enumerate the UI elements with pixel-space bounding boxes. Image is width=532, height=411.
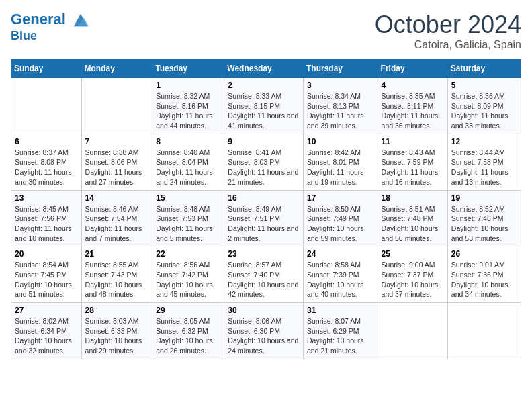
calendar-day-cell: 29Sunrise: 8:05 AMSunset: 6:32 PMDayligh… <box>152 303 224 359</box>
day-info: Sunrise: 8:48 AMSunset: 7:53 PMDaylight:… <box>156 204 220 244</box>
calendar-day-cell: 27Sunrise: 8:02 AMSunset: 6:34 PMDayligh… <box>11 303 82 359</box>
day-info: Sunrise: 8:40 AMSunset: 8:04 PMDaylight:… <box>156 148 220 187</box>
day-number: 29 <box>156 306 220 315</box>
day-number: 25 <box>382 249 444 259</box>
day-number: 16 <box>228 193 300 203</box>
day-number: 15 <box>156 193 220 203</box>
day-info: Sunrise: 8:41 AMSunset: 8:03 PMDaylight:… <box>228 148 300 187</box>
calendar-week-row: 13Sunrise: 8:45 AMSunset: 7:56 PMDayligh… <box>11 190 521 246</box>
calendar-week-row: 27Sunrise: 8:02 AMSunset: 6:34 PMDayligh… <box>11 303 521 359</box>
calendar-week-row: 1Sunrise: 8:32 AMSunset: 8:16 PMDaylight… <box>11 78 521 134</box>
day-of-week-header: Wednesday <box>224 60 304 78</box>
logo-text: General <box>11 11 90 30</box>
calendar-day-cell: 8Sunrise: 8:40 AMSunset: 8:04 PMDaylight… <box>152 134 224 190</box>
calendar-day-cell: 24Sunrise: 8:58 AMSunset: 7:39 PMDayligh… <box>303 246 378 303</box>
day-info: Sunrise: 8:55 AMSunset: 7:43 PMDaylight:… <box>85 260 149 300</box>
day-info: Sunrise: 8:07 AMSunset: 6:29 PMDaylight:… <box>307 316 374 356</box>
calendar-day-cell: 3Sunrise: 8:34 AMSunset: 8:13 PMDaylight… <box>303 78 378 134</box>
logo: General Blue <box>11 11 90 43</box>
day-number: 22 <box>156 249 220 259</box>
day-info: Sunrise: 8:06 AMSunset: 6:30 PMDaylight:… <box>228 316 300 356</box>
day-info: Sunrise: 8:54 AMSunset: 7:45 PMDaylight:… <box>15 260 78 300</box>
calendar-day-cell: 18Sunrise: 8:51 AMSunset: 7:48 PMDayligh… <box>378 190 447 246</box>
day-number: 5 <box>451 81 517 90</box>
day-number: 11 <box>382 137 444 146</box>
day-of-week-header: Saturday <box>447 60 521 78</box>
calendar-day-cell: 13Sunrise: 8:45 AMSunset: 7:56 PMDayligh… <box>11 190 82 246</box>
calendar-day-cell <box>378 303 447 359</box>
day-number: 7 <box>85 137 149 146</box>
day-info: Sunrise: 8:34 AMSunset: 8:13 PMDaylight:… <box>307 91 374 131</box>
day-info: Sunrise: 8:58 AMSunset: 7:39 PMDaylight:… <box>307 260 374 300</box>
day-number: 13 <box>15 193 78 203</box>
day-number: 31 <box>307 306 374 315</box>
day-number: 10 <box>307 137 374 146</box>
page-header: General Blue October 2024 Catoira, Galic… <box>11 11 521 51</box>
calendar-header-row: SundayMondayTuesdayWednesdayThursdayFrid… <box>11 60 521 78</box>
day-number: 30 <box>228 306 300 315</box>
calendar-day-cell: 9Sunrise: 8:41 AMSunset: 8:03 PMDaylight… <box>224 134 304 190</box>
calendar-day-cell: 28Sunrise: 8:03 AMSunset: 6:33 PMDayligh… <box>81 303 152 359</box>
day-number: 1 <box>156 81 220 90</box>
calendar-table: SundayMondayTuesdayWednesdayThursdayFrid… <box>11 59 521 359</box>
day-number: 18 <box>382 193 444 203</box>
calendar-day-cell: 10Sunrise: 8:42 AMSunset: 8:01 PMDayligh… <box>303 134 378 190</box>
calendar-day-cell <box>81 78 152 134</box>
calendar-day-cell: 26Sunrise: 9:01 AMSunset: 7:36 PMDayligh… <box>447 246 521 303</box>
calendar-body: 1Sunrise: 8:32 AMSunset: 8:16 PMDaylight… <box>11 78 521 359</box>
title-block: October 2024 Catoira, Galicia, Spain <box>375 11 521 51</box>
day-info: Sunrise: 8:50 AMSunset: 7:49 PMDaylight:… <box>307 204 374 244</box>
day-info: Sunrise: 8:43 AMSunset: 7:59 PMDaylight:… <box>382 148 444 187</box>
month-title: October 2024 <box>375 11 521 39</box>
day-info: Sunrise: 8:03 AMSunset: 6:33 PMDaylight:… <box>85 316 149 356</box>
calendar-week-row: 6Sunrise: 8:37 AMSunset: 8:08 PMDaylight… <box>11 134 521 190</box>
day-info: Sunrise: 8:05 AMSunset: 6:32 PMDaylight:… <box>156 316 220 356</box>
day-of-week-header: Thursday <box>303 60 378 78</box>
day-info: Sunrise: 8:51 AMSunset: 7:48 PMDaylight:… <box>382 204 444 244</box>
calendar-day-cell: 25Sunrise: 9:00 AMSunset: 7:37 PMDayligh… <box>378 246 447 303</box>
calendar-day-cell <box>11 78 82 134</box>
calendar-day-cell: 15Sunrise: 8:48 AMSunset: 7:53 PMDayligh… <box>152 190 224 246</box>
calendar-day-cell: 4Sunrise: 8:35 AMSunset: 8:11 PMDaylight… <box>378 78 447 134</box>
day-number: 6 <box>15 137 78 146</box>
calendar-day-cell: 17Sunrise: 8:50 AMSunset: 7:49 PMDayligh… <box>303 190 378 246</box>
calendar-day-cell <box>447 303 521 359</box>
day-number: 20 <box>15 249 78 259</box>
day-info: Sunrise: 8:02 AMSunset: 6:34 PMDaylight:… <box>15 316 78 356</box>
day-of-week-header: Monday <box>81 60 152 78</box>
day-info: Sunrise: 8:35 AMSunset: 8:11 PMDaylight:… <box>382 91 444 131</box>
calendar-day-cell: 16Sunrise: 8:49 AMSunset: 7:51 PMDayligh… <box>224 190 304 246</box>
location: Catoira, Galicia, Spain <box>375 39 521 51</box>
calendar-day-cell: 6Sunrise: 8:37 AMSunset: 8:08 PMDaylight… <box>11 134 82 190</box>
calendar-day-cell: 23Sunrise: 8:57 AMSunset: 7:40 PMDayligh… <box>224 246 304 303</box>
day-number: 12 <box>451 137 517 146</box>
calendar-day-cell: 14Sunrise: 8:46 AMSunset: 7:54 PMDayligh… <box>81 190 152 246</box>
calendar-day-cell: 19Sunrise: 8:52 AMSunset: 7:46 PMDayligh… <box>447 190 521 246</box>
day-info: Sunrise: 8:52 AMSunset: 7:46 PMDaylight:… <box>451 204 517 244</box>
day-info: Sunrise: 8:44 AMSunset: 7:58 PMDaylight:… <box>451 148 517 187</box>
day-info: Sunrise: 8:37 AMSunset: 8:08 PMDaylight:… <box>15 148 78 187</box>
day-number: 27 <box>15 306 78 315</box>
calendar-day-cell: 12Sunrise: 8:44 AMSunset: 7:58 PMDayligh… <box>447 134 521 190</box>
day-number: 17 <box>307 193 374 203</box>
day-info: Sunrise: 8:36 AMSunset: 8:09 PMDaylight:… <box>451 91 517 131</box>
logo-blue: Blue <box>11 30 90 43</box>
day-number: 14 <box>85 193 149 203</box>
day-info: Sunrise: 8:57 AMSunset: 7:40 PMDaylight:… <box>228 260 300 300</box>
calendar-day-cell: 31Sunrise: 8:07 AMSunset: 6:29 PMDayligh… <box>303 303 378 359</box>
calendar-day-cell: 20Sunrise: 8:54 AMSunset: 7:45 PMDayligh… <box>11 246 82 303</box>
day-info: Sunrise: 8:46 AMSunset: 7:54 PMDaylight:… <box>85 204 149 244</box>
calendar-day-cell: 7Sunrise: 8:38 AMSunset: 8:06 PMDaylight… <box>81 134 152 190</box>
day-number: 21 <box>85 249 149 259</box>
day-info: Sunrise: 8:32 AMSunset: 8:16 PMDaylight:… <box>156 91 220 131</box>
day-of-week-header: Sunday <box>11 60 82 78</box>
day-number: 26 <box>451 249 517 259</box>
day-number: 3 <box>307 81 374 90</box>
calendar-day-cell: 5Sunrise: 8:36 AMSunset: 8:09 PMDaylight… <box>447 78 521 134</box>
day-number: 19 <box>451 193 517 203</box>
day-info: Sunrise: 9:01 AMSunset: 7:36 PMDaylight:… <box>451 260 517 300</box>
day-info: Sunrise: 8:56 AMSunset: 7:42 PMDaylight:… <box>156 260 220 300</box>
day-info: Sunrise: 9:00 AMSunset: 7:37 PMDaylight:… <box>382 260 444 300</box>
calendar-day-cell: 30Sunrise: 8:06 AMSunset: 6:30 PMDayligh… <box>224 303 304 359</box>
calendar-day-cell: 22Sunrise: 8:56 AMSunset: 7:42 PMDayligh… <box>152 246 224 303</box>
